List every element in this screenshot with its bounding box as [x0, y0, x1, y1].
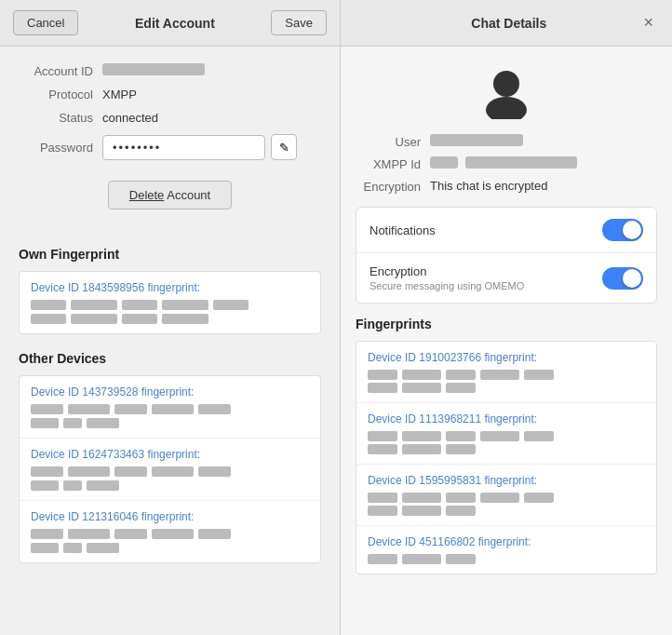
- device-1-fp-line-1: [31, 404, 309, 414]
- own-fingerprint-lines: [31, 300, 309, 324]
- device-3-fp-line-1: [31, 529, 309, 539]
- device-1-fp-line-2: [31, 418, 309, 428]
- status-row: Status connected: [19, 111, 321, 125]
- encryption-toggle-knob: [623, 269, 641, 288]
- account-id-blurred: [102, 63, 205, 75]
- svg-point-1: [486, 97, 527, 119]
- notifications-toggle-knob: [623, 221, 641, 239]
- device-item-2: Device ID 1624733463 fingerprint:: [20, 439, 320, 501]
- device-1-fp: [31, 404, 309, 428]
- status-label: Status: [19, 111, 93, 125]
- device-item-3: Device ID 121316046 fingerprint:: [20, 501, 320, 562]
- account-id-label: Account ID: [19, 64, 93, 78]
- fingerprint-line-2: [31, 314, 309, 324]
- edit-icon: ✎: [279, 141, 289, 155]
- protocol-row: Protocol XMPP: [19, 88, 321, 101]
- avatar-container: [356, 63, 657, 119]
- fp-device-id-4: Device ID 451166802 fingerprint:: [368, 535, 645, 548]
- delete-label: Delete: [129, 188, 165, 202]
- user-row: User: [356, 134, 657, 149]
- protocol-value: XMPP: [102, 88, 137, 101]
- fp-device-id-3: Device ID 1595995831 fingerprint:: [368, 474, 645, 487]
- account-id-row: Account ID: [19, 63, 321, 78]
- encryption-setting-row: Encryption Secure messaging using OMEMO: [356, 253, 656, 303]
- delete-account-label: Account: [164, 188, 210, 202]
- fp-device-id-1: Device ID 1910023766 fingerprint:: [368, 351, 645, 364]
- password-row: Password ✎: [19, 134, 321, 160]
- right-header: Chat Details ×: [341, 0, 672, 47]
- fp-3-line-1: [368, 493, 645, 503]
- fp-item-2: Device ID 1113968211 fingerprint:: [356, 403, 656, 465]
- device-id-1: Device ID 143739528 fingerprint:: [31, 385, 309, 399]
- password-input[interactable]: [102, 135, 265, 160]
- xmpp-id-value: [430, 156, 577, 171]
- fp-1-line-2: [368, 383, 645, 393]
- device-2-fp-line-2: [31, 480, 309, 491]
- fp-device-id-2: Device ID 1113968211 fingerprint:: [368, 412, 645, 426]
- account-id-value: [102, 63, 205, 78]
- edit-account-title: Edit Account: [135, 16, 215, 31]
- device-item-1: Device ID 143739528 fingerprint:: [20, 376, 320, 439]
- fp-2-line-2: [368, 444, 645, 454]
- own-fingerprint-box: Device ID 1843598956 fingerprint:: [19, 271, 321, 334]
- device-3-fp-line-2: [31, 543, 309, 553]
- protocol-label: Protocol: [19, 88, 93, 101]
- password-edit-button[interactable]: ✎: [271, 134, 297, 160]
- user-value: [430, 134, 523, 149]
- left-content: Account ID Protocol XMPP Status connecte…: [0, 47, 340, 635]
- device-id-3: Device ID 121316046 fingerprint:: [31, 510, 309, 523]
- cancel-button[interactable]: Cancel: [13, 10, 78, 35]
- right-content: User XMPP Id Encryption This chat is enc…: [341, 47, 672, 635]
- xmpp-id-row: XMPP Id: [356, 156, 657, 171]
- encryption-value: This chat is encrypted: [430, 179, 547, 193]
- edit-account-panel: Cancel Edit Account Save Account ID Prot…: [0, 0, 341, 635]
- device-id-2: Device ID 1624733463 fingerprint:: [31, 448, 309, 461]
- other-devices-list: Device ID 143739528 fingerprint:: [19, 375, 321, 563]
- password-label: Password: [19, 141, 93, 155]
- encryption-row: Encryption This chat is encrypted: [356, 179, 657, 194]
- delete-account-button[interactable]: Delete Account: [108, 181, 232, 209]
- close-button[interactable]: ×: [639, 13, 657, 33]
- user-label: User: [356, 134, 421, 149]
- status-value: connected: [102, 111, 158, 125]
- device-2-fp-line-1: [31, 466, 309, 477]
- encryption-setting-block: Encryption Secure messaging using OMEMO: [370, 264, 524, 291]
- svg-point-0: [493, 71, 519, 97]
- fp-item-3: Device ID 1595995831 fingerprint:: [356, 465, 656, 526]
- encryption-setting-label: Encryption: [370, 264, 524, 278]
- save-button[interactable]: Save: [271, 10, 327, 35]
- user-blurred: [430, 134, 523, 146]
- fingerprint-line-1: [31, 300, 309, 310]
- notifications-label: Notifications: [370, 223, 436, 237]
- fp-4-line-1: [368, 554, 645, 564]
- left-header: Cancel Edit Account Save: [0, 0, 340, 47]
- fp-1-line-1: [368, 370, 645, 380]
- fp-item-1: Device ID 1910023766 fingerprint:: [356, 342, 656, 403]
- device-2-fp: [31, 466, 309, 491]
- own-fingerprint-title: Own Fingerprint: [19, 247, 321, 262]
- own-device-id: Device ID 1843598956 fingerprint:: [31, 281, 309, 294]
- chat-details-title: Chat Details: [378, 16, 639, 31]
- xmpp-id-label: XMPP Id: [356, 156, 421, 171]
- xmpp-id-blurred-1: [430, 156, 458, 169]
- encryption-label: Encryption: [356, 179, 421, 194]
- fp-2-line-1: [368, 431, 645, 441]
- fp-3-line-2: [368, 506, 645, 516]
- other-devices-title: Other Devices: [19, 351, 321, 366]
- xmpp-id-blurred-2: [465, 156, 577, 169]
- chat-details-panel: Chat Details × User XMPP Id: [341, 0, 672, 635]
- fingerprints-list: Device ID 1910023766 fingerprint: Device…: [356, 341, 657, 574]
- notifications-row: Notifications: [356, 208, 656, 253]
- notifications-toggle[interactable]: [602, 219, 643, 241]
- settings-box: Notifications Encryption Secure messagin…: [356, 207, 657, 304]
- fingerprints-title: Fingerprints: [356, 317, 657, 331]
- device-3-fp: [31, 529, 309, 553]
- encryption-setting-sublabel: Secure messaging using OMEMO: [370, 280, 524, 291]
- encryption-toggle[interactable]: [602, 267, 643, 290]
- avatar-icon: [478, 63, 534, 119]
- fp-item-4: Device ID 451166802 fingerprint:: [356, 526, 656, 574]
